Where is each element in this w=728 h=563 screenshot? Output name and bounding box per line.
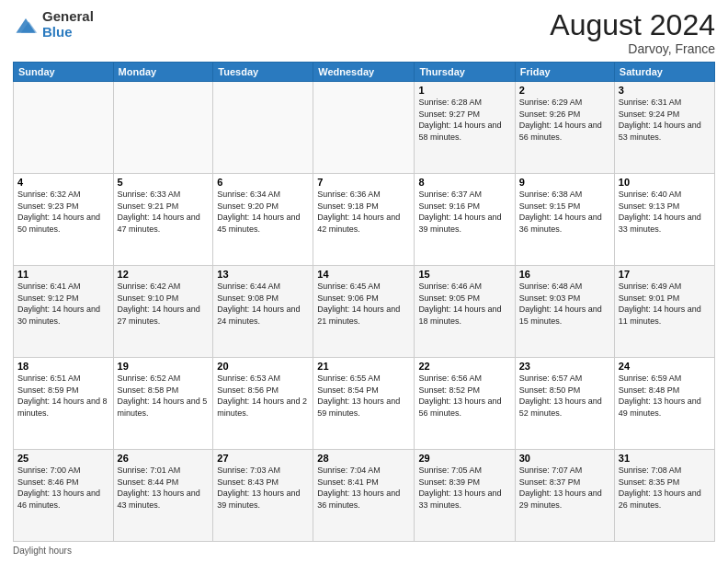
day-number: 31 <box>619 453 711 464</box>
day-info: Sunrise: 6:48 AMSunset: 9:03 PMDaylight:… <box>519 281 610 327</box>
logo-text: General Blue <box>42 9 94 40</box>
calendar-cell-16: 16Sunrise: 6:48 AMSunset: 9:03 PMDayligh… <box>515 266 614 358</box>
day-info: Sunrise: 6:53 AMSunset: 8:56 PMDaylight:… <box>217 373 309 419</box>
day-info: Sunrise: 6:46 AMSunset: 9:05 PMDaylight:… <box>418 281 510 327</box>
day-number: 15 <box>418 269 510 280</box>
calendar-table: SundayMondayTuesdayWednesdayThursdayFrid… <box>13 62 715 542</box>
day-number: 21 <box>317 361 410 372</box>
calendar-cell-21: 21Sunrise: 6:55 AMSunset: 8:54 PMDayligh… <box>313 358 415 450</box>
day-number: 13 <box>217 269 309 280</box>
calendar-cell-30: 30Sunrise: 7:07 AMSunset: 8:37 PMDayligh… <box>515 450 614 542</box>
calendar-week-4: 25Sunrise: 7:00 AMSunset: 8:46 PMDayligh… <box>14 450 715 542</box>
day-number: 23 <box>519 361 610 372</box>
day-number: 25 <box>17 453 109 464</box>
day-number: 16 <box>519 269 610 280</box>
calendar-cell-29: 29Sunrise: 7:05 AMSunset: 8:39 PMDayligh… <box>415 450 515 542</box>
calendar-week-1: 4Sunrise: 6:32 AMSunset: 9:23 PMDaylight… <box>14 174 715 266</box>
page: General Blue August 2024 Darvoy, France … <box>0 0 728 563</box>
calendar-cell-9: 9Sunrise: 6:38 AMSunset: 9:15 PMDaylight… <box>515 174 614 266</box>
calendar-cell-31: 31Sunrise: 7:08 AMSunset: 8:35 PMDayligh… <box>614 450 714 542</box>
day-info: Sunrise: 7:00 AMSunset: 8:46 PMDaylight:… <box>17 465 109 511</box>
calendar-week-0: 1Sunrise: 6:28 AMSunset: 9:27 PMDaylight… <box>14 82 715 174</box>
calendar-cell-18: 18Sunrise: 6:51 AMSunset: 8:59 PMDayligh… <box>14 358 114 450</box>
calendar-cell-10: 10Sunrise: 6:40 AMSunset: 9:13 PMDayligh… <box>614 174 714 266</box>
day-number: 18 <box>17 361 109 372</box>
col-header-friday: Friday <box>515 63 614 82</box>
calendar-cell-1: 1Sunrise: 6:28 AMSunset: 9:27 PMDaylight… <box>415 82 515 174</box>
calendar-cell-7: 7Sunrise: 6:36 AMSunset: 9:18 PMDaylight… <box>313 174 415 266</box>
day-number: 20 <box>217 361 309 372</box>
col-header-sunday: Sunday <box>14 63 114 82</box>
day-number: 7 <box>317 177 410 188</box>
day-info: Sunrise: 6:28 AMSunset: 9:27 PMDaylight:… <box>418 97 510 143</box>
day-number: 27 <box>217 453 309 464</box>
day-info: Sunrise: 6:57 AMSunset: 8:50 PMDaylight:… <box>519 373 610 419</box>
day-info: Sunrise: 6:33 AMSunset: 9:21 PMDaylight:… <box>118 189 210 235</box>
calendar-cell-empty <box>14 82 114 174</box>
calendar-cell-22: 22Sunrise: 6:56 AMSunset: 8:52 PMDayligh… <box>415 358 515 450</box>
day-number: 12 <box>118 269 210 280</box>
calendar-cell-17: 17Sunrise: 6:49 AMSunset: 9:01 PMDayligh… <box>614 266 714 358</box>
col-header-saturday: Saturday <box>614 63 714 82</box>
day-info: Sunrise: 6:52 AMSunset: 8:58 PMDaylight:… <box>118 373 210 419</box>
calendar-cell-20: 20Sunrise: 6:53 AMSunset: 8:56 PMDayligh… <box>213 358 313 450</box>
day-info: Sunrise: 7:04 AMSunset: 8:41 PMDaylight:… <box>317 465 410 511</box>
calendar-week-3: 18Sunrise: 6:51 AMSunset: 8:59 PMDayligh… <box>14 358 715 450</box>
calendar-cell-23: 23Sunrise: 6:57 AMSunset: 8:50 PMDayligh… <box>515 358 614 450</box>
header: General Blue August 2024 Darvoy, France <box>13 9 715 56</box>
calendar-cell-19: 19Sunrise: 6:52 AMSunset: 8:58 PMDayligh… <box>113 358 213 450</box>
day-info: Sunrise: 7:01 AMSunset: 8:44 PMDaylight:… <box>118 465 210 511</box>
day-number: 24 <box>619 361 711 372</box>
calendar-header-row: SundayMondayTuesdayWednesdayThursdayFrid… <box>14 63 715 82</box>
day-info: Sunrise: 6:51 AMSunset: 8:59 PMDaylight:… <box>17 373 109 419</box>
day-number: 17 <box>619 269 711 280</box>
logo: General Blue <box>13 9 94 40</box>
day-number: 5 <box>118 177 210 188</box>
day-info: Sunrise: 6:31 AMSunset: 9:24 PMDaylight:… <box>619 97 711 143</box>
calendar-body: 1Sunrise: 6:28 AMSunset: 9:27 PMDaylight… <box>14 82 715 542</box>
col-header-thursday: Thursday <box>415 63 515 82</box>
calendar-cell-12: 12Sunrise: 6:42 AMSunset: 9:10 PMDayligh… <box>113 266 213 358</box>
col-header-tuesday: Tuesday <box>213 63 313 82</box>
day-info: Sunrise: 6:29 AMSunset: 9:26 PMDaylight:… <box>519 97 610 143</box>
footer-note: Daylight hours <box>13 546 715 556</box>
calendar-cell-8: 8Sunrise: 6:37 AMSunset: 9:16 PMDaylight… <box>415 174 515 266</box>
day-info: Sunrise: 6:32 AMSunset: 9:23 PMDaylight:… <box>17 189 109 235</box>
logo-general: General <box>42 9 94 25</box>
day-number: 8 <box>418 177 510 188</box>
day-number: 14 <box>317 269 410 280</box>
day-number: 29 <box>418 453 510 464</box>
calendar-cell-15: 15Sunrise: 6:46 AMSunset: 9:05 PMDayligh… <box>415 266 515 358</box>
calendar-cell-5: 5Sunrise: 6:33 AMSunset: 9:21 PMDaylight… <box>113 174 213 266</box>
calendar-cell-3: 3Sunrise: 6:31 AMSunset: 9:24 PMDaylight… <box>614 82 714 174</box>
day-info: Sunrise: 6:59 AMSunset: 8:48 PMDaylight:… <box>619 373 711 419</box>
day-number: 30 <box>519 453 610 464</box>
day-info: Sunrise: 7:03 AMSunset: 8:43 PMDaylight:… <box>217 465 309 511</box>
logo-blue: Blue <box>42 25 94 40</box>
day-info: Sunrise: 6:40 AMSunset: 9:13 PMDaylight:… <box>619 189 711 235</box>
day-info: Sunrise: 6:34 AMSunset: 9:20 PMDaylight:… <box>217 189 309 235</box>
day-info: Sunrise: 6:56 AMSunset: 8:52 PMDaylight:… <box>418 373 510 419</box>
calendar-cell-6: 6Sunrise: 6:34 AMSunset: 9:20 PMDaylight… <box>213 174 313 266</box>
day-number: 4 <box>17 177 109 188</box>
day-number: 26 <box>118 453 210 464</box>
calendar-cell-25: 25Sunrise: 7:00 AMSunset: 8:46 PMDayligh… <box>14 450 114 542</box>
day-number: 1 <box>418 85 510 96</box>
title-block: August 2024 Darvoy, France <box>550 9 715 56</box>
calendar-cell-24: 24Sunrise: 6:59 AMSunset: 8:48 PMDayligh… <box>614 358 714 450</box>
col-header-monday: Monday <box>113 63 213 82</box>
day-number: 22 <box>418 361 510 372</box>
calendar-cell-26: 26Sunrise: 7:01 AMSunset: 8:44 PMDayligh… <box>113 450 213 542</box>
day-info: Sunrise: 6:37 AMSunset: 9:16 PMDaylight:… <box>418 189 510 235</box>
col-header-wednesday: Wednesday <box>313 63 415 82</box>
month-year: August 2024 <box>550 9 715 41</box>
day-info: Sunrise: 6:36 AMSunset: 9:18 PMDaylight:… <box>317 189 410 235</box>
day-info: Sunrise: 6:38 AMSunset: 9:15 PMDaylight:… <box>519 189 610 235</box>
calendar-cell-14: 14Sunrise: 6:45 AMSunset: 9:06 PMDayligh… <box>313 266 415 358</box>
day-info: Sunrise: 6:49 AMSunset: 9:01 PMDaylight:… <box>619 281 711 327</box>
day-info: Sunrise: 7:07 AMSunset: 8:37 PMDaylight:… <box>519 465 610 511</box>
day-info: Sunrise: 6:44 AMSunset: 9:08 PMDaylight:… <box>217 281 309 327</box>
calendar-cell-empty <box>313 82 415 174</box>
calendar-cell-28: 28Sunrise: 7:04 AMSunset: 8:41 PMDayligh… <box>313 450 415 542</box>
day-info: Sunrise: 6:42 AMSunset: 9:10 PMDaylight:… <box>118 281 210 327</box>
